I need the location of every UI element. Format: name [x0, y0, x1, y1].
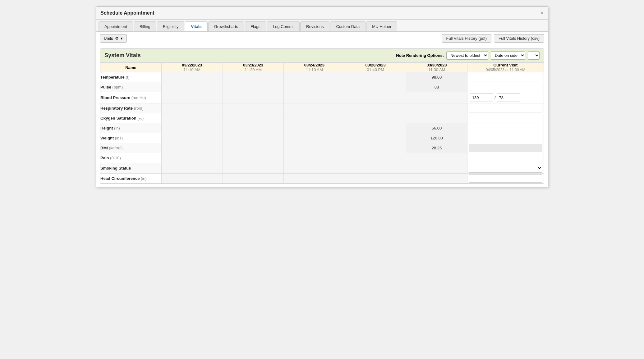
vital-name-cell: Height (in) — [100, 123, 162, 133]
vital-value: 28.25 — [432, 146, 442, 150]
vital-input[interactable] — [469, 154, 542, 162]
vital-value: 88 — [435, 85, 439, 89]
vital-input[interactable] — [469, 134, 542, 142]
tab-eligibility[interactable]: Eligibility — [157, 21, 185, 31]
vital-value-cell — [284, 153, 345, 163]
date-1-time: 11:30 AM — [223, 67, 284, 72]
vital-value-cell — [345, 163, 406, 174]
col-header-date-0: 03/22/2023 11:10 AM — [161, 63, 223, 72]
vitals-toolbar: Units Full Vitals History (pdf) Full Vit… — [96, 32, 548, 45]
current-visit-label: Current Visit — [494, 63, 518, 67]
vital-value: 126.00 — [430, 136, 443, 140]
vital-value-cell — [345, 92, 406, 103]
units-button[interactable]: Units — [100, 34, 127, 43]
vital-value-cell — [223, 123, 284, 133]
vital-value-cell — [345, 103, 406, 113]
window-title: Schedule Appointment — [100, 10, 154, 16]
vital-value-cell — [284, 113, 345, 123]
vital-name-cell: Pain (0-10) — [100, 153, 162, 163]
vital-value-cell — [345, 72, 406, 82]
vital-name-cell: Pulse (bpm) — [100, 82, 162, 92]
tab-growthcharts[interactable]: Growthcharts — [208, 21, 244, 31]
vital-value-cell — [284, 82, 345, 92]
history-pdf-button[interactable]: Full Vitals History (pdf) — [442, 34, 492, 43]
vital-value-cell — [223, 163, 284, 174]
tab-mu-helper[interactable]: MU Helper — [366, 21, 397, 31]
close-button[interactable]: × — [540, 10, 544, 16]
vital-value-cell — [223, 143, 284, 153]
vital-unit: (in) — [114, 126, 120, 130]
vital-current-cell — [467, 153, 544, 163]
vital-value-cell — [345, 133, 406, 143]
sort-select[interactable]: Newest to oldest Oldest to newest — [446, 51, 488, 60]
vital-value-cell — [223, 82, 284, 92]
bp-diastolic-input[interactable] — [497, 93, 520, 102]
vital-value-cell — [345, 174, 406, 184]
tab-custom-data[interactable]: Custom Data — [330, 21, 366, 31]
vital-name-cell: Respiratory Rate (rpm) — [100, 103, 162, 113]
table-row: Head Circumference (in) — [100, 174, 544, 184]
table-row: Respiratory Rate (rpm) — [100, 103, 544, 113]
vital-value-cell — [406, 103, 467, 113]
display-select[interactable]: Date on side Date on top — [491, 51, 525, 60]
vital-input[interactable] — [469, 73, 542, 81]
vital-value-cell — [345, 153, 406, 163]
vital-value-cell — [161, 174, 223, 184]
col-header-date-1: 03/23/2023 11:30 AM — [223, 63, 284, 72]
app-window: Schedule Appointment × Appointment Billi… — [96, 6, 548, 187]
vital-name-cell: Head Circumference (in) — [100, 174, 162, 184]
tab-vitals[interactable]: Vitals — [185, 21, 207, 31]
vitals-table: Name 03/22/2023 11:10 AM 03/23/2023 11:3… — [100, 62, 544, 184]
vital-unit: (in) — [141, 176, 147, 181]
vital-value-cell: 56.00 — [406, 123, 467, 133]
vital-current-cell: NeverCurrentFormerUnknown — [467, 163, 544, 174]
vital-value-cell — [161, 123, 223, 133]
date-2-date: 03/24/2023 — [284, 63, 345, 67]
vital-input[interactable] — [469, 114, 542, 122]
date-3-time: 01:40 PM — [345, 67, 406, 72]
vital-value-cell — [223, 174, 284, 184]
vital-current-cell — [467, 82, 544, 92]
vital-value-cell: 28.25 — [406, 143, 467, 153]
units-dropdown-arrow — [121, 36, 123, 41]
vital-value-cell — [161, 163, 223, 174]
vital-value-cell — [284, 143, 345, 153]
smoking-status-select[interactable]: NeverCurrentFormerUnknown — [469, 164, 542, 173]
vital-value-cell — [161, 143, 223, 153]
vital-input[interactable] — [469, 104, 542, 112]
vital-name-cell: BMI (kg/m2) — [100, 143, 162, 153]
tab-billing[interactable]: Billing — [134, 21, 156, 31]
tab-revisions[interactable]: Revisions — [300, 21, 329, 31]
tab-flags[interactable]: Flags — [245, 21, 266, 31]
third-select[interactable] — [528, 51, 540, 60]
title-bar: Schedule Appointment × — [96, 7, 548, 20]
vital-input[interactable] — [469, 174, 542, 183]
history-csv-button[interactable]: Full Vitals History (csv) — [494, 34, 544, 43]
vitals-section: System Vitals Note Rendering Options: Ne… — [100, 48, 544, 184]
vital-input[interactable] — [469, 124, 542, 132]
vital-value-cell — [345, 113, 406, 123]
vital-name-cell: Blood Pressure (mmHg) — [100, 92, 162, 103]
vital-unit: (f) — [126, 75, 129, 80]
vital-input[interactable] — [469, 83, 542, 91]
tab-appointment[interactable]: Appointment — [99, 21, 133, 31]
vital-value-cell — [406, 163, 467, 174]
vital-value-cell — [284, 163, 345, 174]
vital-value-cell — [345, 143, 406, 153]
vital-name-cell: Temperature (f) — [100, 72, 162, 82]
vital-current-cell: / — [467, 92, 544, 103]
table-row: Temperature (f)98.60 — [100, 72, 544, 82]
bp-systolic-input[interactable] — [470, 93, 493, 102]
vital-name-cell: Weight (lbs) — [100, 133, 162, 143]
col-header-current: Current Visit 04/05/2023 at 11:30 AM — [467, 63, 544, 72]
tab-log-comm[interactable]: Log Comm. — [267, 21, 300, 31]
vital-value-cell: 126.00 — [406, 133, 467, 143]
date-0-date: 03/22/2023 — [162, 63, 223, 67]
rendering-options: Note Rendering Options: Newest to oldest… — [396, 51, 540, 60]
vital-current-cell — [467, 133, 544, 143]
vital-unit: (0-10) — [110, 156, 121, 160]
table-row: Smoking Status NeverCurrentFormerUnknown — [100, 163, 544, 174]
vital-value-cell — [161, 92, 223, 103]
current-visit-date: 04/05/2023 at 11:30 AM — [486, 68, 525, 72]
vital-value-cell — [161, 133, 223, 143]
